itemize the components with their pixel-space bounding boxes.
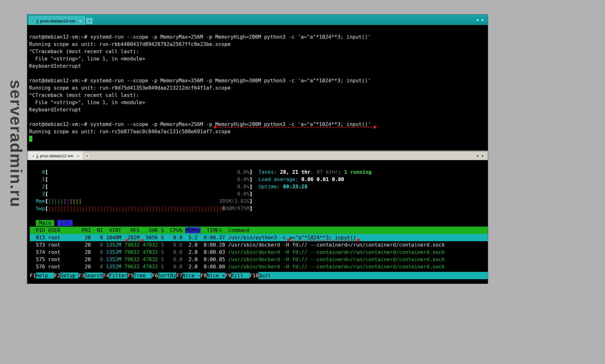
text-segment: 1352M <box>103 256 121 262</box>
tab-scroll-left-icon[interactable]: ◄ <box>475 154 479 158</box>
text-segment: File "<string>", line 1, in <module> <box>29 99 145 105</box>
text-segment: F9 <box>225 273 231 279</box>
annotation-underline-process-command <box>288 240 359 241</box>
tab-scroll-right-icon[interactable]: ► <box>481 18 485 22</box>
text-segment: Help <box>36 273 54 279</box>
text-segment: ] <box>250 205 253 211</box>
text-segment: 0.0% <box>48 190 250 198</box>
tab-scroll-controls: ◄ ► <box>475 151 486 160</box>
text-segment: 30M/975M <box>225 205 250 211</box>
tab-scroll-left-icon[interactable]: ◄ <box>475 18 479 22</box>
text-segment: 395M/3.82G <box>82 198 250 205</box>
text-segment: 2.0 <box>182 256 198 262</box>
text-segment: ; <box>338 169 344 175</box>
text-segment: File "<string>", line 1, in <module> <box>29 56 145 62</box>
bottom-terminal-window: ● 1 prox-debian12-vm × + ◄ ► 0[0.0%] Tas… <box>27 151 488 284</box>
screen-tabs: Main I/O <box>30 219 488 227</box>
text-segment: root@debian12-vm:~# systemd-run --scope … <box>29 34 371 40</box>
bottom-tab-bar: ● 1 prox-debian12-vm × + ◄ ► <box>27 151 488 160</box>
text-segment: 1352M <box>103 242 121 248</box>
text-segment: Search <box>85 273 103 279</box>
annotation-dot <box>287 239 290 242</box>
process-row: 576 root 20 0 1352M 79632 47032 S 0.0 2.… <box>30 263 488 270</box>
text-segment: | <box>63 198 67 204</box>
text-segment: [ <box>45 176 48 182</box>
text-segment: Filter <box>109 273 127 279</box>
text-segment: [ <box>45 191 48 197</box>
annotation-dot <box>373 126 376 129</box>
terminal-tab[interactable]: ● 1 prox-debian12-vm × <box>29 151 83 160</box>
output-line: ^CTraceback (most recent call last): <box>29 91 488 99</box>
text-segment: Nice - <box>182 273 201 279</box>
text-segment <box>252 184 258 190</box>
tab-close-icon[interactable]: × <box>79 19 82 23</box>
text-segment: 2.0 <box>182 242 198 248</box>
tab-number: 1 <box>36 154 38 158</box>
tab-title: prox-debian12-vm <box>40 19 75 23</box>
cursor-line <box>29 135 488 142</box>
terminal-tab[interactable]: ● 1 prox-debian12-vm × <box>29 16 85 25</box>
text-segment: 28, <box>280 169 292 175</box>
text-segment: S <box>158 264 164 270</box>
text-segment: SortBy <box>158 273 176 279</box>
annotation-dot <box>142 239 144 241</box>
text-segment: 2.0 <box>182 264 198 270</box>
text-segment: 2 <box>30 184 45 190</box>
prompt-line: root@debian12-vm:~# systemd-run --scope … <box>29 33 488 41</box>
text-segment <box>29 136 32 142</box>
text-segment: 0 <box>91 249 103 255</box>
tab-title: prox-debian12-vm <box>40 154 73 158</box>
text-segment: 573 root 20 <box>30 242 91 248</box>
text-segment <box>54 220 57 226</box>
cpu-meter-0: 0[0.0%] Tasks: 28, 21 thr, 87 kthr; 1 ru… <box>30 168 488 176</box>
text-segment: 47032 <box>140 256 158 262</box>
tab-close-icon[interactable]: × <box>77 154 80 158</box>
text-segment: Running scope as unit: run-rc5b877aac0c8… <box>29 129 231 135</box>
annotation-dot <box>125 239 128 241</box>
text-segment: Load average: <box>258 176 301 182</box>
text-segment: Uptime: <box>258 184 283 190</box>
terminal-output[interactable]: root@debian12-vm:~# systemd-run --scope … <box>27 25 488 150</box>
output-line: Running scope as unit: run-rc5b877aac0c8… <box>29 128 488 135</box>
text-segment: Swp <box>30 205 45 211</box>
text-segment: TIME+ Command <box>201 227 249 233</box>
text-segment: F4 <box>103 273 109 279</box>
swp-meter: Swp[||||||||||||||||||||||||||||||||||||… <box>30 205 488 212</box>
text-segment: 1 <box>30 176 45 182</box>
text-segment: Main <box>36 220 54 226</box>
text-segment: F6 <box>152 273 158 279</box>
text-segment: 0.0 <box>164 249 182 255</box>
text-segment: S <box>158 242 164 248</box>
text-segment: root@debian12-vm:~# systemd-run --scope … <box>29 121 371 127</box>
text-segment: [ <box>45 169 48 175</box>
new-tab-button[interactable]: + <box>84 153 90 159</box>
text-segment: Tree <box>134 273 152 279</box>
process-table-header: PID USER PRI NI VIRT RES SHR S CPU% MEM%… <box>30 227 488 234</box>
text-segment: Setup <box>60 273 79 279</box>
text-segment: ] <box>250 198 253 204</box>
text-segment: 576 root 20 <box>30 264 91 270</box>
text-segment: F10 <box>250 273 259 279</box>
text-segment: ] <box>250 191 253 197</box>
text-segment: F3 <box>79 273 85 279</box>
output-line: KeyboardInterrupt <box>29 62 488 70</box>
text-segment: Kill <box>231 273 250 279</box>
text-segment: 0.0 <box>164 256 182 262</box>
tab-scroll-right-icon[interactable]: ► <box>481 154 485 158</box>
htop-function-bar[interactable]: F1Help F2Setup F3SearchF4FilterF5Tree F6… <box>30 272 490 279</box>
annotation-underline-res-value <box>127 240 143 241</box>
text-segment: 0.0 <box>164 264 182 270</box>
text-segment: |||| <box>69 198 82 204</box>
text-segment: ] <box>250 176 253 182</box>
htop-screen[interactable]: 0[0.0%] Tasks: 28, 21 thr, 87 kthr; 1 ru… <box>27 160 488 284</box>
top-terminal-window: ● 1 prox-debian12-vm × + ◄ ► root@debian… <box>27 14 488 151</box>
text-segment: 47032 <box>140 242 158 248</box>
text-segment: 0.0% <box>48 168 250 176</box>
text-segment: ^CTraceback (most recent call last): <box>29 48 139 54</box>
text-segment: 8 <box>222 205 225 211</box>
output-line: KeyboardInterrupt <box>29 106 488 113</box>
new-tab-button[interactable]: + <box>86 18 92 24</box>
tab-status-dot-icon: ● <box>32 154 34 158</box>
text-segment: F8 <box>201 273 207 279</box>
text-segment: 21 thr <box>292 169 310 175</box>
